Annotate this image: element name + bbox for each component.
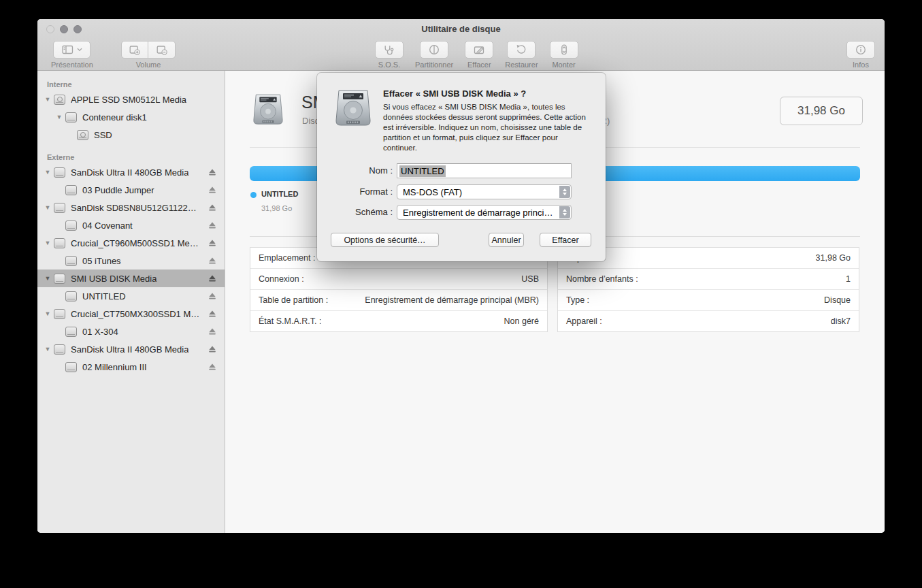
restore-button[interactable] [507, 41, 536, 59]
partition-button[interactable] [420, 41, 448, 59]
eject-button[interactable] [208, 257, 216, 265]
sidebar-item-crucial-960[interactable]: ▼ Crucial_CT960M500SSD1 Me… [37, 234, 225, 252]
eject-button[interactable] [208, 327, 216, 336]
disclosure-triangle-icon[interactable]: ▼ [43, 240, 52, 246]
external-drive-icon [54, 238, 65, 248]
eject-button[interactable] [208, 186, 216, 194]
scheme-field-row: Schéma : Enregistrement de démarrage pri… [317, 205, 606, 220]
remove-volume-button[interactable] [148, 41, 176, 59]
cancel-button[interactable]: Annuler [489, 233, 524, 247]
name-selected-text: UNTITLED [399, 165, 446, 177]
format-field-row: Format : MS-DOS (FAT) [317, 184, 606, 199]
mount-icon [559, 44, 569, 55]
container-icon [65, 112, 77, 122]
sidebar-item-ssd[interactable]: SSD [37, 126, 225, 144]
desktop: { "window": { "title": "Utilitaire de di… [0, 0, 922, 588]
eject-icon [208, 363, 216, 371]
sidebar-item-conteneur-disk1[interactable]: ▼ Conteneur disk1 [37, 108, 225, 126]
name-label: Nom : [317, 165, 393, 176]
eject-button[interactable] [208, 221, 216, 229]
partition-label: Partitionner [415, 61, 453, 69]
infos-button[interactable] [846, 41, 875, 59]
infos-group: Infos [846, 41, 875, 69]
sidebar-item-sandisk-ultra-1[interactable]: ▼ SanDisk Ultra II 480GB Media [37, 163, 225, 181]
disclosure-triangle-icon[interactable]: ▼ [43, 346, 52, 353]
restore-label: Restaurer [505, 61, 538, 69]
security-options-button[interactable]: Options de sécurité… [331, 233, 439, 247]
sidebar-item-04-covenant[interactable]: 04 Covenant [37, 216, 225, 234]
sos-label: S.O.S. [378, 61, 400, 69]
erase-toolbar-button[interactable] [465, 41, 493, 59]
sos-icon [383, 45, 395, 55]
usage-volume-name: UNTITLED [261, 190, 298, 198]
eject-icon [208, 169, 216, 176]
sidebar-item-05-itunes[interactable]: 05 iTunes [37, 252, 225, 270]
sidebar-item-01-x304[interactable]: 01 X-304 [37, 323, 225, 340]
info-icon [855, 44, 866, 55]
eject-icon [208, 346, 216, 353]
stepper-arrows-icon [559, 206, 570, 218]
format-label: Format : [317, 186, 393, 197]
sidebar-section-externe: Externe [47, 153, 225, 161]
external-drive-icon [54, 309, 65, 319]
format-select[interactable]: MS-DOS (FAT) [397, 184, 572, 199]
dialog-body: Si vous effacez « SMI USB DISK Media », … [383, 102, 593, 153]
mount-group: Monter [550, 41, 578, 69]
volume-icon [65, 327, 77, 337]
disclosure-triangle-icon[interactable]: ▼ [43, 310, 52, 317]
eject-icon [208, 204, 216, 212]
eject-icon [208, 293, 216, 300]
sos-button[interactable] [375, 41, 404, 59]
erase-group: Effacer [465, 41, 493, 69]
erase-confirm-button[interactable]: Effacer [540, 233, 591, 247]
scheme-selected-value: Enregistrement de démarrage princi… [403, 208, 553, 218]
disclosure-triangle-icon[interactable]: ▼ [43, 275, 52, 282]
eject-button[interactable] [208, 239, 216, 247]
mount-button[interactable] [550, 41, 578, 59]
scheme-select[interactable]: Enregistrement de démarrage princi… [397, 205, 572, 220]
volume-icon [65, 291, 77, 301]
erase-label: Effacer [467, 61, 491, 69]
disclosure-triangle-icon[interactable]: ▼ [43, 169, 52, 176]
sidebar-item-sandisk-ultra-2[interactable]: ▼ SanDisk Ultra II 480GB Media [37, 340, 225, 358]
partition-group: Partitionner [415, 41, 453, 69]
disclosure-triangle-icon[interactable]: ▼ [54, 114, 64, 120]
eject-button[interactable] [208, 168, 216, 176]
eject-button[interactable] [208, 274, 216, 282]
eject-icon [208, 240, 216, 247]
disclosure-triangle-icon[interactable]: ▼ [43, 204, 52, 211]
sidebar-item-smi-usb-disk-selected[interactable]: ▼ SMI USB DISK Media [37, 270, 225, 287]
internal-drive-icon [77, 130, 88, 140]
volume-icon [65, 362, 77, 372]
sidebar-item-03-puddle-jumper[interactable]: 03 Puddle Jumper [37, 181, 225, 199]
sidebar-item-02-millennium[interactable]: 02 Millennium III [37, 358, 225, 376]
hard-drive-icon [250, 90, 286, 131]
sos-group: S.O.S. [375, 41, 404, 69]
name-input[interactable]: UNTITLED [397, 163, 572, 178]
mount-label: Monter [552, 61, 575, 69]
sidebar: Interne ▼ APPLE SSD SM0512L Media ▼ Cont… [37, 71, 225, 533]
add-volume-button[interactable] [121, 41, 148, 59]
eject-icon [208, 310, 216, 318]
sidebar-item-apple-ssd[interactable]: ▼ APPLE SSD SM0512L Media [37, 91, 225, 108]
eject-button[interactable] [208, 345, 216, 353]
eject-button[interactable] [208, 292, 216, 300]
presentation-button[interactable] [53, 41, 90, 59]
presentation-group: Présentation [51, 41, 93, 69]
window-chrome: Utilitaire de disque Présentation [37, 19, 885, 71]
info-value: 1 [846, 274, 851, 284]
sidebar-item-crucial-750[interactable]: ▼ Crucial_CT750MX300SSD1 M… [37, 305, 225, 323]
sidebar-item-sandisk-sd8[interactable]: ▼ SanDisk SD8SN8U512G1122… [37, 199, 225, 216]
eject-button[interactable] [208, 363, 216, 371]
volume-label: Volume [136, 61, 161, 69]
eject-button[interactable] [208, 203, 216, 212]
disclosure-triangle-icon[interactable]: ▼ [43, 96, 52, 103]
info-row-enfants: Nombre d’enfants : 1 [558, 269, 859, 290]
volume-group: Volume [121, 41, 176, 69]
add-volume-icon [129, 45, 140, 55]
eject-icon [208, 275, 216, 282]
scheme-label: Schéma : [317, 207, 393, 217]
dialog-title: Effacer « SMI USB DISK Media » ? [383, 88, 526, 99]
eject-button[interactable] [208, 310, 216, 318]
sidebar-item-untitled[interactable]: UNTITLED [37, 287, 225, 305]
